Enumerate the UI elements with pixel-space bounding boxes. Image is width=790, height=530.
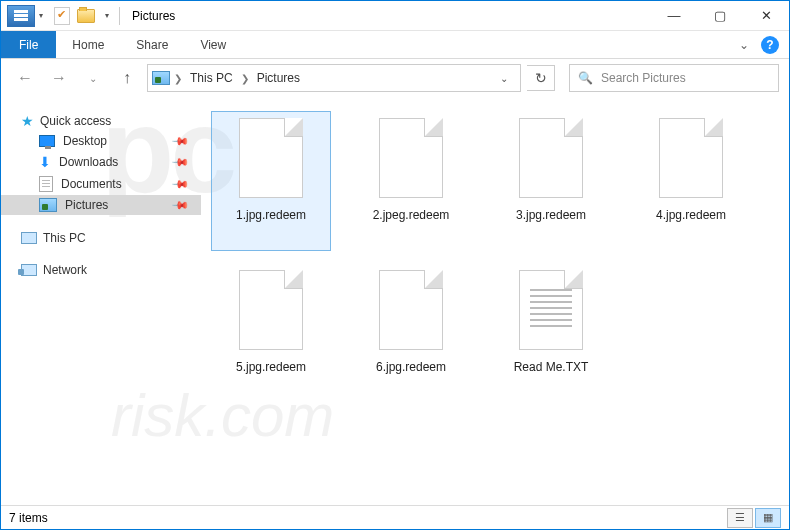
file-item[interactable]: 2.jpeg.redeem bbox=[351, 111, 471, 251]
network-icon bbox=[21, 264, 37, 276]
address-history-chevron-icon[interactable]: ⌄ bbox=[492, 73, 516, 84]
navigation-pane: ★ Quick access Desktop 📌 ⬇ Downloads 📌 D… bbox=[1, 97, 201, 505]
close-button[interactable]: ✕ bbox=[743, 1, 789, 31]
address-bar[interactable]: ❯ This PC ❯ Pictures ⌄ bbox=[147, 64, 521, 92]
search-icon: 🔍 bbox=[578, 71, 593, 85]
sidebar-item-label: Pictures bbox=[65, 198, 108, 212]
sidebar-item-network[interactable]: Network bbox=[1, 261, 201, 279]
maximize-button[interactable]: ▢ bbox=[697, 1, 743, 31]
downloads-icon: ⬇ bbox=[39, 154, 51, 170]
ribbon-expand-chevron-icon[interactable]: ⌄ bbox=[739, 38, 749, 52]
generic-file-icon bbox=[519, 118, 583, 198]
sidebar-item-documents[interactable]: Documents 📌 bbox=[1, 173, 201, 195]
quick-access-header[interactable]: ★ Quick access bbox=[1, 111, 201, 131]
tab-view[interactable]: View bbox=[184, 31, 242, 58]
file-tab[interactable]: File bbox=[1, 31, 56, 58]
qat-properties-button[interactable] bbox=[53, 7, 71, 25]
up-button[interactable]: ↑ bbox=[113, 64, 141, 92]
sidebar-item-label: Desktop bbox=[63, 134, 107, 148]
location-pictures-icon bbox=[152, 71, 170, 85]
status-bar: 7 items ☰ ▦ bbox=[1, 505, 789, 529]
qat-customize-chevron-icon[interactable]: ▾ bbox=[101, 11, 113, 20]
sidebar-item-desktop[interactable]: Desktop 📌 bbox=[1, 131, 201, 151]
file-item[interactable]: Read Me.TXT bbox=[491, 263, 611, 403]
help-button[interactable]: ? bbox=[761, 36, 779, 54]
large-icons-view-button[interactable]: ▦ bbox=[755, 508, 781, 528]
recent-locations-chevron-icon[interactable]: ⌄ bbox=[79, 64, 107, 92]
refresh-button[interactable]: ↻ bbox=[527, 65, 555, 91]
text-file-icon bbox=[519, 270, 583, 350]
file-label: 6.jpg.redeem bbox=[376, 360, 446, 374]
search-input[interactable] bbox=[601, 71, 770, 85]
file-item[interactable]: 5.jpg.redeem bbox=[211, 263, 331, 403]
minimize-button[interactable]: ― bbox=[651, 1, 697, 31]
breadcrumb-this-pc[interactable]: This PC bbox=[186, 71, 237, 85]
sidebar-item-label: This PC bbox=[43, 231, 86, 245]
file-item[interactable]: 1.jpg.redeem bbox=[211, 111, 331, 251]
generic-file-icon bbox=[379, 118, 443, 198]
file-label: Read Me.TXT bbox=[514, 360, 589, 374]
file-label: 4.jpg.redeem bbox=[656, 208, 726, 222]
breadcrumb-chevron-icon[interactable]: ❯ bbox=[241, 73, 249, 84]
sidebar-item-pictures[interactable]: Pictures 📌 bbox=[1, 195, 201, 215]
file-label: 5.jpg.redeem bbox=[236, 360, 306, 374]
this-pc-icon bbox=[21, 232, 37, 244]
titlebar-separator bbox=[119, 7, 120, 25]
pin-icon: 📌 bbox=[170, 174, 189, 193]
back-button[interactable]: ← bbox=[11, 64, 39, 92]
file-label: 1.jpg.redeem bbox=[236, 208, 306, 222]
sidebar-item-this-pc[interactable]: This PC bbox=[1, 229, 201, 247]
details-view-button[interactable]: ☰ bbox=[727, 508, 753, 528]
sidebar-item-label: Network bbox=[43, 263, 87, 277]
breadcrumb-current[interactable]: Pictures bbox=[253, 71, 304, 85]
system-menu-icon[interactable] bbox=[7, 5, 35, 27]
file-label: 2.jpeg.redeem bbox=[373, 208, 450, 222]
breadcrumb-chevron-icon[interactable]: ❯ bbox=[174, 73, 182, 84]
forward-button: → bbox=[45, 64, 73, 92]
documents-icon bbox=[39, 176, 53, 192]
titlebar: ▾ ▾ Pictures ― ▢ ✕ bbox=[1, 1, 789, 31]
tab-home[interactable]: Home bbox=[56, 31, 120, 58]
search-box[interactable]: 🔍 bbox=[569, 64, 779, 92]
pin-icon: 📌 bbox=[170, 195, 189, 214]
system-menu-chevron-icon[interactable]: ▾ bbox=[35, 11, 47, 20]
file-item[interactable]: 3.jpg.redeem bbox=[491, 111, 611, 251]
pin-icon: 📌 bbox=[170, 131, 189, 150]
file-label: 3.jpg.redeem bbox=[516, 208, 586, 222]
address-row: ← → ⌄ ↑ ❯ This PC ❯ Pictures ⌄ ↻ 🔍 bbox=[1, 59, 789, 97]
star-icon: ★ bbox=[21, 113, 34, 129]
generic-file-icon bbox=[659, 118, 723, 198]
generic-file-icon bbox=[239, 270, 303, 350]
qat-new-folder-button[interactable] bbox=[77, 7, 95, 25]
sidebar-item-downloads[interactable]: ⬇ Downloads 📌 bbox=[1, 151, 201, 173]
status-item-count: 7 items bbox=[9, 511, 48, 525]
ribbon: File Home Share View ⌄ ? bbox=[1, 31, 789, 59]
content-pane[interactable]: 1.jpg.redeem2.jpeg.redeem3.jpg.redeem4.j… bbox=[201, 97, 789, 505]
tab-share[interactable]: Share bbox=[120, 31, 184, 58]
quick-access-label: Quick access bbox=[40, 114, 111, 128]
file-item[interactable]: 6.jpg.redeem bbox=[351, 263, 471, 403]
sidebar-item-label: Documents bbox=[61, 177, 122, 191]
sidebar-item-label: Downloads bbox=[59, 155, 118, 169]
window-title: Pictures bbox=[132, 9, 175, 23]
generic-file-icon bbox=[239, 118, 303, 198]
desktop-icon bbox=[39, 135, 55, 147]
generic-file-icon bbox=[379, 270, 443, 350]
file-item[interactable]: 4.jpg.redeem bbox=[631, 111, 751, 251]
pin-icon: 📌 bbox=[170, 152, 189, 171]
pictures-icon bbox=[39, 198, 57, 212]
